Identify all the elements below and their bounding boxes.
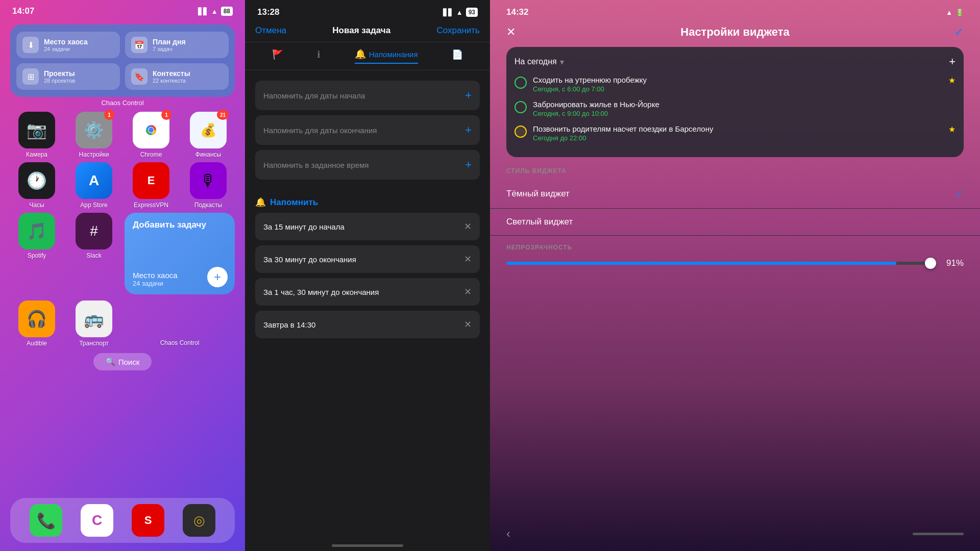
remind-row-0[interactable]: За 15 минут до начала ✕	[255, 213, 480, 240]
app-expressvpn[interactable]: E ExpressVPN	[125, 162, 178, 209]
status-bar-1: 14:07 ▋▋ ▲ 88	[0, 0, 245, 20]
audible-icon: 🎧	[18, 300, 55, 337]
add-row-1[interactable]: Напомнить для даты окончания +	[255, 115, 480, 145]
tab-doc[interactable]: 📄	[452, 48, 463, 64]
chaos-widget[interactable]: ⬇ Место хаоса 24 задачи 📅 План дня 7 зад…	[10, 24, 235, 97]
gold-icon: ◎	[183, 504, 215, 537]
app-clock[interactable]: 🕐 Часы	[10, 162, 63, 209]
tab-reminders[interactable]: 🔔 Напоминания	[355, 48, 418, 64]
s3-title: Настройки виджета	[680, 26, 789, 39]
s2-status-icons: ▋▋ ▲ 93	[443, 8, 478, 17]
search-bar[interactable]: 🔍 Поиск	[0, 353, 245, 370]
app-appstore[interactable]: A App Store	[67, 162, 120, 209]
app-row-4: 🎧 Audible 🚌 Транспорт Chaos Control	[0, 300, 245, 349]
chaos-big-plus-icon[interactable]: +	[207, 267, 228, 287]
chaos-big-widget[interactable]: Добавить задачу Место хаоса 24 задачи +	[125, 213, 235, 294]
chaos-item-0[interactable]: ⬇ Место хаоса 24 задачи	[16, 32, 120, 58]
app-transport[interactable]: 🚌 Транспорт	[67, 300, 120, 347]
s3-task-2: Позвонить родителям насчет поездки в Бар…	[514, 124, 955, 142]
app-slack[interactable]: # Slack	[67, 213, 120, 294]
s3-time: 14:32	[506, 7, 528, 17]
s3-status-bar: 14:32 ▲ 🔋	[490, 0, 980, 21]
app-finances[interactable]: 💰 21 Финансы	[182, 112, 235, 158]
tab-info[interactable]: ℹ	[317, 48, 321, 64]
app-settings[interactable]: ⚙️ 1 Настройки	[67, 112, 120, 158]
chaos-sub-2: 28 проектов	[44, 78, 75, 84]
dock: 📞 C S ◎	[10, 498, 235, 543]
transport-icon: 🚌	[76, 300, 112, 337]
add-row-1-plus-icon[interactable]: +	[465, 123, 472, 137]
remind-row-1[interactable]: За 30 минут до окончания ✕	[255, 245, 480, 273]
podcasts-icon: 🎙	[190, 162, 227, 199]
app-chrome[interactable]: 1 Chrome	[125, 112, 178, 158]
s3-slider-thumb[interactable]	[925, 258, 936, 269]
s2-add-section: Напомнить для даты начала + Напомнить дл…	[245, 77, 490, 189]
chaos-item-2[interactable]: ⊞ Проекты 28 проектов	[16, 63, 120, 90]
signal-icon-1: ▋▋	[198, 8, 208, 15]
dock-scribd[interactable]: S	[132, 504, 164, 537]
remind-row-0-delete-icon[interactable]: ✕	[464, 221, 472, 232]
s3-slider-row: 91%	[506, 258, 964, 268]
remind-row-2-delete-icon[interactable]: ✕	[464, 286, 472, 297]
add-row-2[interactable]: Напомнить в заданное время +	[255, 150, 480, 180]
remind-bell-icon: 🔔	[255, 197, 266, 208]
tab-reminders-label: Напоминания	[369, 50, 418, 59]
add-row-0-plus-icon[interactable]: +	[465, 89, 472, 102]
s3-style-light[interactable]: Светлый виджет	[490, 209, 980, 236]
s3-widget-header: На сегодня ▾ +	[514, 55, 955, 68]
app-spotify[interactable]: 🎵 Spotify	[10, 213, 63, 294]
chaos-title-1: План дня	[153, 38, 186, 46]
app-audible[interactable]: 🎧 Audible	[10, 300, 63, 347]
spotify-label: Spotify	[28, 252, 46, 259]
s3-widget-title: На сегодня	[514, 57, 557, 66]
chrome-label: Chrome	[140, 151, 162, 158]
s2-time: 13:28	[257, 7, 279, 17]
s3-task-0-time: Сегодня, с 6:00 до 7:00	[533, 85, 647, 93]
chaos-item-1[interactable]: 📅 План дня 7 задач	[125, 32, 229, 58]
home-bar	[332, 544, 403, 547]
save-button[interactable]: Сохранить	[437, 26, 480, 36]
add-row-0[interactable]: Напомнить для даты начала +	[255, 81, 480, 110]
scribd-icon: S	[132, 504, 164, 537]
close-button[interactable]: ✕	[506, 26, 516, 39]
spotify-icon: 🎵	[18, 213, 55, 249]
s3-slider-track[interactable]	[506, 262, 935, 265]
confirm-button[interactable]: ✓	[954, 26, 964, 39]
app-camera[interactable]: 📷 Камера	[10, 112, 63, 158]
s3-opacity-section: Непрозрачность 91%	[490, 236, 980, 277]
dock-gold[interactable]: ◎	[183, 504, 215, 537]
search-pill[interactable]: 🔍 Поиск	[93, 353, 152, 370]
s3-style-section-label: Стиль виджета	[490, 167, 980, 180]
app-podcasts[interactable]: 🎙 Подкасты	[182, 162, 235, 209]
screen1: 14:07 ▋▋ ▲ 88 ⬇ Место хаоса 24 задачи 📅 …	[0, 0, 245, 551]
s3-back-icon[interactable]: ‹	[506, 527, 510, 541]
app-row-1: 📷 Камера ⚙️ 1 Настройки	[0, 112, 245, 158]
camera-label: Камера	[26, 151, 47, 158]
chaos-sub-3: 22 контекста	[153, 78, 190, 84]
battery-1: 88	[221, 7, 233, 16]
remind-row-2-text: За 1 час, 30 минут до окончания	[263, 288, 379, 296]
chaos-big-label-wrap: Chaos Control	[125, 338, 235, 347]
svg-point-3	[149, 128, 154, 133]
remind-row-0-text: За 15 минут до начала	[263, 222, 345, 231]
tab-flag[interactable]: 🚩	[272, 48, 283, 64]
dock-phone[interactable]: 📞	[30, 504, 62, 537]
appstore-label: App Store	[80, 202, 107, 209]
chaos-item-3[interactable]: 🔖 Контексты 22 контекста	[125, 63, 229, 90]
remind-row-3-delete-icon[interactable]: ✕	[464, 319, 472, 330]
expressvpn-icon: E	[133, 162, 169, 199]
s3-task-2-title: Позвонить родителям насчет поездки в Бар…	[533, 124, 942, 133]
cancel-button[interactable]: Отмена	[255, 26, 286, 36]
s3-style-dark[interactable]: Тёмный виджет ✓	[490, 180, 980, 209]
dock-craft[interactable]: C	[81, 504, 113, 537]
remind-row-1-delete-icon[interactable]: ✕	[464, 254, 472, 265]
remind-row-3[interactable]: Завтра в 14:30 ✕	[255, 311, 480, 338]
s3-widget-add-icon[interactable]: +	[949, 55, 955, 68]
add-row-2-plus-icon[interactable]: +	[465, 158, 472, 171]
screen3: 14:32 ▲ 🔋 ✕ Настройки виджета ✓ На сегод…	[490, 0, 980, 551]
flag-icon: 🚩	[272, 49, 283, 60]
audible-label: Audible	[27, 340, 47, 347]
remind-row-2[interactable]: За 1 час, 30 минут до окончания ✕	[255, 278, 480, 306]
podcasts-label: Подкасты	[194, 202, 222, 209]
s2-signal-icon: ▋▋	[443, 9, 453, 16]
